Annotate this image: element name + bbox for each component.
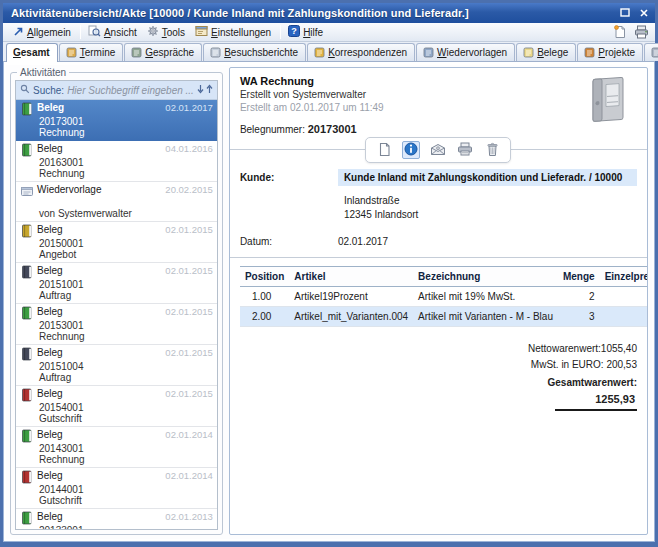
page-icon: [523, 47, 534, 58]
activity-title: Beleg: [37, 470, 162, 481]
menu-item-tools[interactable]: Tools: [143, 24, 191, 40]
calendar-icon: [66, 47, 77, 58]
menu-item-label: Einstellungen: [211, 27, 271, 38]
cell-position: 1.00: [240, 287, 289, 307]
tab-belege[interactable]: Belege: [516, 43, 576, 61]
print-button[interactable]: [456, 141, 474, 159]
activity-title: Beleg: [37, 265, 162, 276]
new-document-icon[interactable]: [611, 24, 627, 40]
activity-item-wiedervorlage[interactable]: Wiedervorlage20.02.2015von Systemverwalt…: [16, 182, 217, 222]
sort-ascending-icon[interactable]: [206, 84, 213, 96]
tab-projekte[interactable]: Projekte: [577, 43, 643, 61]
cell-bezeichnung: Artikel mit 19% MwSt.: [413, 287, 558, 307]
cell-menge: 3: [558, 307, 600, 327]
kunde-value[interactable]: Kunde Inland mit Zahlungskondition und L…: [338, 169, 637, 186]
title-bar: Aktivitätenübersicht/Akte [10000 / Kunde…: [3, 3, 655, 23]
activities-group: Aktivitäten Suche: Hier Suchbegriff eing…: [10, 67, 223, 535]
activity-item-beleg-20163001[interactable]: Beleg04.01.201620163001Rechnung: [16, 141, 217, 182]
tab-termine[interactable]: Termine: [59, 43, 124, 61]
address-street: Inlandstraße: [344, 194, 637, 208]
settings-window-icon: [195, 25, 208, 39]
position-row-2[interactable]: 2.00Artikel_mit_Varianten.004Artikel mit…: [240, 307, 648, 327]
menubar-right: [611, 24, 649, 40]
tab-besuchsberichte[interactable]: Besuchsberichte: [203, 43, 306, 61]
printer-icon[interactable]: [633, 24, 649, 40]
activity-number: [39, 198, 213, 208]
maximize-button[interactable]: [618, 6, 633, 20]
activities-list-box: Suche: Hier Suchbegriff eingeben ... Bel…: [15, 80, 218, 530]
netto-value: 1055,40: [601, 343, 637, 354]
menu-bar: AllgemeinAnsichtToolsEinstellungen?Hilfe: [3, 23, 655, 42]
mail-book-icon: [314, 47, 325, 58]
position-row-1[interactable]: 1.00Artikel19ProzentArtikel mit 19% MwSt…: [240, 287, 648, 307]
tab-mahndokumente[interactable]: Mahndokumente: [644, 43, 658, 61]
tab-label: Termine: [80, 47, 116, 58]
tab-wiedervorlagen[interactable]: Wiedervorlagen: [416, 43, 515, 61]
activity-search-bar[interactable]: Suche: Hier Suchbegriff eingeben ...: [16, 81, 217, 100]
cell-position: 2.00: [240, 307, 289, 327]
activity-item-beleg-20144001[interactable]: Beleg02.01.201420144001Gutschrift: [16, 468, 217, 509]
tab-label: Gesamt: [13, 47, 50, 58]
magnifier-page-icon: [88, 25, 101, 39]
document-button[interactable]: [375, 141, 393, 159]
address-city: 12345 Inlandsort: [344, 208, 637, 222]
activity-date: 02.01.2015: [165, 306, 213, 317]
cell-einzelpreis: 2: [600, 307, 648, 327]
activity-item-beleg-20151001[interactable]: Beleg02.01.201520151001Auftrag: [16, 263, 217, 304]
kunde-label: Kunde:: [240, 169, 338, 186]
activities-group-label: Aktivitäten: [17, 67, 69, 78]
document-book-icon: [20, 265, 34, 279]
beleg-number-label: Belegnummer:: [240, 124, 305, 135]
svg-text:?: ?: [291, 26, 297, 36]
sort-descending-icon[interactable]: [197, 84, 204, 96]
activity-date: 02.01.2013: [165, 511, 213, 522]
mail-button[interactable]: [429, 141, 447, 159]
tab-label: Besuchsberichte: [224, 47, 298, 58]
close-button[interactable]: [636, 6, 651, 20]
menu-item-hilfe[interactable]: ?Hilfe: [284, 24, 329, 40]
tab-label: Wiedervorlagen: [437, 47, 507, 58]
menu-item-einstellungen[interactable]: Einstellungen: [191, 24, 277, 40]
activity-item-beleg-20133001[interactable]: Beleg02.01.201320133001Rechnung: [16, 509, 217, 529]
column-header-menge[interactable]: Menge: [558, 267, 600, 287]
activity-item-beleg-20151004[interactable]: Beleg02.01.201520151004Auftrag: [16, 345, 217, 386]
activity-number: 20144001: [39, 484, 213, 495]
activity-item-beleg-20153001[interactable]: Beleg02.01.201520153001Rechnung: [16, 304, 217, 345]
activity-title: Beleg: [37, 511, 162, 522]
activity-date: 02.01.2015: [165, 388, 213, 399]
activity-item-beleg-20143001[interactable]: Beleg02.01.201420143001Rechnung: [16, 427, 217, 468]
activity-number: 20133001: [39, 525, 213, 529]
activity-number: 20150001: [39, 238, 213, 249]
search-label: Suche:: [33, 85, 64, 96]
activity-item-beleg-20173001[interactable]: Beleg02.01.201720173001Rechnung: [16, 100, 217, 141]
column-header-position[interactable]: Position: [240, 267, 289, 287]
document-book-icon: [20, 388, 34, 402]
column-header-bezeichnung[interactable]: Bezeichnung: [413, 267, 558, 287]
tab-gespräche[interactable]: Gespräche: [124, 43, 202, 61]
window-title: Aktivitätenübersicht/Akte [10000 / Kunde…: [11, 7, 615, 19]
activity-date: 02.01.2014: [165, 429, 213, 440]
cell-menge: 2: [558, 287, 600, 307]
activity-item-beleg-20150001[interactable]: Beleg02.01.201520150001Angebot: [16, 222, 217, 263]
tab-strip: GesamtTermineGesprächeBesuchsberichteKor…: [3, 42, 655, 62]
info-button[interactable]: [402, 141, 420, 159]
activity-item-beleg-20154001[interactable]: Beleg02.01.201520154001Gutschrift: [16, 386, 217, 427]
activity-type: Gutschrift: [39, 413, 213, 424]
toolbar-divider: [240, 137, 637, 163]
column-header-artikel[interactable]: Artikel: [289, 267, 413, 287]
menu-item-ansicht[interactable]: Ansicht: [84, 24, 143, 40]
search-input[interactable]: Hier Suchbegriff eingeben ...: [67, 85, 194, 96]
activity-number: 20143001: [39, 443, 213, 454]
tab-gesamt[interactable]: Gesamt: [6, 43, 58, 62]
activity-number: 20151004: [39, 361, 213, 372]
netto-label: Nettowarenwert:: [528, 343, 601, 354]
menu-item-allgemein[interactable]: Allgemein: [9, 24, 77, 40]
activity-date: 02.01.2015: [165, 265, 213, 276]
document-book-icon: [20, 429, 34, 443]
delete-button[interactable]: [483, 141, 501, 159]
beleg-number-value: 20173001: [308, 123, 357, 135]
activity-list: Beleg02.01.201720173001RechnungBeleg04.0…: [16, 100, 217, 529]
tab-korrespondenzen[interactable]: Korrespondenzen: [307, 43, 415, 61]
column-header-einzelpreis[interactable]: Einzelpreis: [600, 267, 648, 287]
detail-header-text: WA Rechnung Erstellt von Systemverwalter…: [240, 75, 585, 136]
